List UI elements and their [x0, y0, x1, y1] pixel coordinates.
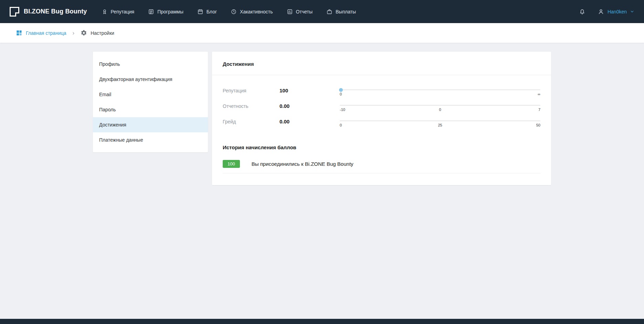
nav-item-label: Выплаты — [336, 9, 356, 14]
metric-scale-grade: 0 25 50 — [340, 118, 540, 127]
metric-row-grade: Грейд 0.00 0 25 50 — [223, 118, 540, 127]
metric-label: Репутация — [223, 87, 279, 93]
metric-scale-reporting: -10 0 7 — [340, 102, 540, 112]
scale-max: 7 — [538, 108, 540, 112]
sidebar-item-password[interactable]: Пароль — [93, 102, 208, 117]
bar-chart-icon — [287, 9, 293, 15]
nav-item-programs[interactable]: Программы — [148, 9, 183, 15]
breadcrumb-separator: › — [71, 30, 76, 37]
nav-item-label: Хакактивность — [240, 9, 273, 14]
scale-min: 0 — [340, 123, 342, 127]
sidebar-item-two-factor[interactable]: Двухфакторная аутентификация — [93, 72, 208, 87]
scale-labels: 0 ∞ — [340, 92, 540, 96]
metric-value: 100 — [279, 87, 340, 93]
brand[interactable]: BI.ZONE Bug Bounty — [10, 7, 87, 17]
scale-max: ∞ — [538, 92, 540, 96]
settings-sidebar: Профиль Двухфакторная аутентификация Ema… — [93, 52, 208, 152]
metric-scale-reputation: 0 ∞ — [340, 87, 540, 96]
scale-labels: 0 25 50 — [340, 123, 540, 127]
points-badge: 100 — [223, 160, 240, 168]
metric-row-reporting: Отчетность 0.00 -10 0 7 — [223, 102, 540, 112]
settings-content: Профиль Двухфакторная аутентификация Ema… — [93, 52, 551, 185]
breadcrumb-current: Настройки — [81, 30, 114, 36]
sidebar-item-achievements[interactable]: Достижения — [93, 117, 208, 132]
nav-item-reputation[interactable]: Репутация — [102, 9, 135, 15]
sidebar-item-profile[interactable]: Профиль — [93, 57, 208, 72]
scale-track — [340, 120, 540, 121]
nav-item-label: Блог — [207, 9, 217, 14]
brand-name: BI.ZONE Bug Bounty — [24, 8, 87, 15]
scale-min: 0 — [340, 92, 342, 96]
bizone-logo-icon — [10, 7, 19, 17]
main-nav: Репутация Программы Блог Хакактивность О… — [102, 9, 356, 15]
nav-item-label: Программы — [157, 9, 183, 14]
nav-item-reports[interactable]: Отчеты — [287, 9, 313, 15]
scale-track — [340, 105, 540, 106]
panel-title: Достижения — [212, 52, 551, 75]
scale-min: -10 — [340, 108, 345, 112]
sidebar-item-payment-data[interactable]: Платежные данные — [93, 132, 208, 148]
breadcrumb-home-label: Главная страница — [26, 30, 66, 36]
breadcrumb-home-link[interactable]: Главная страница — [16, 30, 66, 36]
scale-track — [340, 89, 540, 90]
metric-label: Грейд — [223, 118, 279, 124]
footer-strip — [0, 319, 644, 324]
nav-item-hackactivity[interactable]: Хакактивность — [231, 9, 273, 15]
gear-icon — [81, 30, 87, 36]
programs-icon — [148, 9, 154, 15]
metric-value: 0.00 — [279, 102, 340, 109]
scale-dot — [339, 88, 343, 92]
points-history-section: История начисления баллов 100 Вы присоед… — [212, 137, 551, 173]
medal-icon — [102, 9, 108, 15]
achievements-panel: Достижения Репутация 100 0 ∞ Отчетн — [212, 52, 551, 185]
scale-mid: 0 — [439, 108, 441, 112]
nav-item-payouts[interactable]: Выплаты — [326, 9, 356, 15]
scale-labels: -10 0 7 — [340, 108, 540, 112]
briefcase-icon — [326, 9, 332, 15]
navbar-right: Han0ken — [579, 8, 634, 15]
scale-mid: 25 — [438, 123, 442, 127]
breadcrumb: Главная страница › Настройки — [0, 23, 644, 43]
chevron-down-icon — [630, 9, 634, 14]
scale-max: 50 — [536, 123, 540, 127]
notifications-bell-icon[interactable] — [579, 8, 586, 15]
points-history-title: История начисления баллов — [223, 144, 540, 150]
user-icon — [598, 8, 604, 15]
nav-item-label: Отчеты — [296, 9, 313, 14]
metrics-list: Репутация 100 0 ∞ Отчетность 0.00 — [212, 75, 551, 137]
history-row: 100 Вы присоединились к Bi.ZONE Bug Boun… — [223, 160, 540, 173]
user-name: Han0ken — [608, 9, 627, 14]
breadcrumb-current-label: Настройки — [91, 30, 114, 36]
top-navbar: BI.ZONE Bug Bounty Репутация Программы Б… — [0, 0, 644, 23]
metric-row-reputation: Репутация 100 0 ∞ — [223, 87, 540, 96]
calendar-icon — [197, 9, 203, 15]
user-menu[interactable]: Han0ken — [598, 8, 634, 15]
nav-item-label: Репутация — [111, 9, 135, 14]
history-clock-icon — [231, 9, 237, 15]
history-text: Вы присоединились к Bi.ZONE Bug Bounty — [252, 161, 353, 167]
metric-label: Отчетность — [223, 102, 279, 109]
sidebar-item-email[interactable]: Email — [93, 87, 208, 102]
metric-value: 0.00 — [279, 118, 340, 124]
nav-item-blog[interactable]: Блог — [197, 9, 217, 15]
grid-home-icon — [16, 30, 22, 36]
